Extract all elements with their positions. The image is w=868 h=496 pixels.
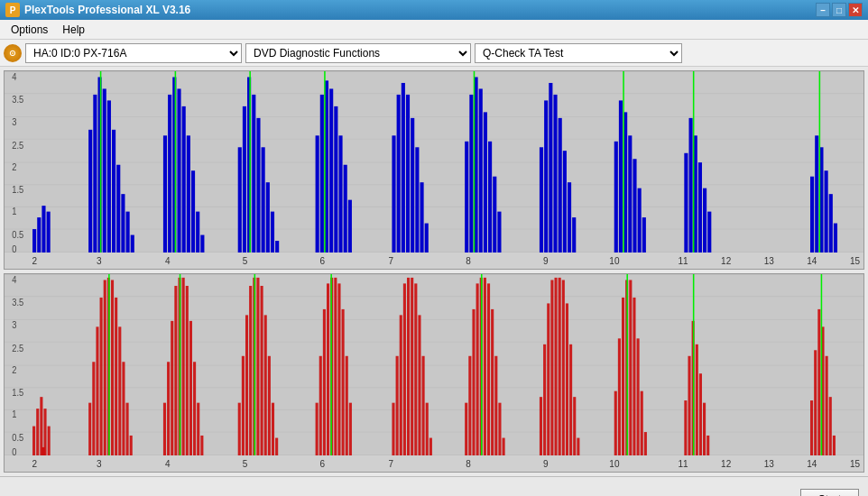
- app-icon: P: [5, 3, 20, 17]
- svg-rect-102: [810, 177, 814, 253]
- svg-rect-59: [344, 165, 347, 253]
- svg-rect-190: [422, 356, 425, 455]
- svg-rect-176: [334, 278, 337, 455]
- svg-rect-91: [633, 159, 636, 253]
- svg-rect-240: [833, 436, 836, 455]
- svg-text:1.5: 1.5: [12, 183, 23, 195]
- svg-rect-103: [815, 135, 818, 253]
- svg-text:3.5: 3.5: [12, 296, 23, 308]
- bottom-chart-container: 4 3.5 3 2.5 2 1.5 1 0.5 0: [4, 273, 864, 473]
- svg-rect-193: [465, 403, 467, 455]
- svg-rect-133: [48, 427, 51, 455]
- svg-rect-182: [392, 403, 394, 455]
- svg-rect-138: [104, 280, 106, 455]
- svg-rect-27: [107, 100, 111, 253]
- svg-rect-98: [698, 162, 702, 253]
- svg-rect-79: [540, 147, 543, 253]
- svg-rect-215: [577, 438, 579, 455]
- menu-options[interactable]: Options: [4, 22, 55, 38]
- svg-rect-235: [814, 350, 817, 455]
- svg-rect-69: [425, 224, 429, 253]
- svg-rect-234: [810, 400, 813, 455]
- svg-rect-173: [323, 309, 326, 455]
- svg-rect-100: [707, 212, 711, 253]
- svg-rect-203: [503, 438, 505, 455]
- svg-rect-226: [684, 400, 687, 455]
- svg-rect-80: [544, 100, 548, 253]
- svg-text:0.5: 0.5: [12, 228, 23, 240]
- device-select[interactable]: HA:0 ID:0 PX-716A: [25, 43, 242, 63]
- app-title: PlexTools Professional XL V3.16: [24, 4, 816, 16]
- svg-rect-64: [402, 83, 405, 253]
- start-button[interactable]: Start: [800, 489, 859, 497]
- svg-rect-169: [275, 438, 278, 455]
- svg-text:2.5: 2.5: [12, 139, 23, 151]
- svg-rect-26: [103, 88, 106, 253]
- svg-rect-60: [348, 200, 352, 253]
- svg-rect-0: [5, 71, 863, 253]
- svg-rect-43: [238, 147, 242, 253]
- svg-rect-205: [540, 397, 542, 455]
- svg-rect-187: [411, 278, 413, 455]
- svg-rect-208: [550, 280, 553, 455]
- svg-rect-40: [196, 212, 199, 253]
- menu-help[interactable]: Help: [55, 22, 92, 38]
- svg-text:0: 0: [12, 445, 16, 455]
- svg-rect-236: [817, 309, 820, 455]
- svg-rect-53: [316, 135, 319, 253]
- svg-rect-154: [189, 321, 192, 455]
- title-bar: P PlexTools Professional XL V3.16 – □ ✕: [0, 0, 868, 20]
- svg-rect-30: [121, 194, 125, 253]
- svg-rect-44: [243, 106, 246, 253]
- svg-rect-57: [334, 106, 337, 253]
- svg-rect-29: [116, 165, 120, 253]
- svg-rect-198: [484, 278, 486, 455]
- menu-bar: Options Help: [0, 20, 868, 40]
- svg-rect-136: [96, 326, 98, 455]
- svg-rect-66: [411, 118, 414, 253]
- svg-text:3.5: 3.5: [12, 93, 23, 105]
- svg-rect-88: [619, 100, 623, 253]
- svg-rect-238: [826, 356, 828, 455]
- svg-rect-71: [469, 95, 473, 253]
- svg-rect-51: [275, 241, 279, 253]
- top-chart-x-axis: 2 3 4 5 6 7 8 9 10 11 12 13 14 15: [5, 253, 863, 269]
- close-button[interactable]: ✕: [848, 3, 863, 17]
- svg-rect-134: [88, 403, 91, 455]
- bottom-chart-area: 4 3.5 3 2.5 2 1.5 1 0.5 0: [5, 274, 863, 455]
- svg-rect-165: [261, 286, 263, 455]
- svg-rect-185: [403, 283, 406, 455]
- minimize-button[interactable]: –: [816, 3, 830, 17]
- svg-rect-137: [100, 298, 103, 455]
- svg-rect-210: [559, 278, 561, 455]
- svg-rect-67: [415, 147, 419, 253]
- test-select[interactable]: Q-Check TA Test: [475, 43, 682, 63]
- svg-text:4: 4: [12, 274, 16, 286]
- svg-rect-143: [122, 362, 125, 455]
- svg-rect-227: [688, 356, 690, 455]
- svg-rect-150: [174, 286, 177, 455]
- svg-rect-145: [130, 436, 133, 455]
- svg-rect-92: [638, 188, 642, 253]
- svg-rect-49: [266, 182, 270, 253]
- svg-text:2: 2: [12, 161, 16, 172]
- svg-rect-220: [629, 280, 632, 455]
- svg-rect-202: [498, 403, 501, 455]
- svg-rect-192: [429, 438, 432, 455]
- function-select[interactable]: DVD Diagnostic Functions: [245, 43, 471, 63]
- svg-rect-24: [93, 95, 97, 253]
- svg-rect-85: [568, 182, 571, 253]
- svg-rect-162: [249, 286, 252, 455]
- svg-rect-129: [32, 427, 35, 455]
- top-chart-area: 4 3.5 3 2.5 2 1.5 1 0.5 0: [5, 71, 863, 253]
- svg-rect-211: [562, 280, 565, 455]
- svg-rect-179: [346, 356, 348, 455]
- svg-text:1: 1: [12, 205, 16, 216]
- svg-rect-63: [397, 95, 401, 253]
- svg-rect-189: [418, 315, 420, 455]
- svg-rect-83: [559, 118, 562, 253]
- svg-rect-157: [200, 436, 203, 455]
- svg-rect-164: [256, 278, 259, 455]
- maximize-button[interactable]: □: [832, 3, 846, 17]
- svg-rect-58: [338, 135, 342, 253]
